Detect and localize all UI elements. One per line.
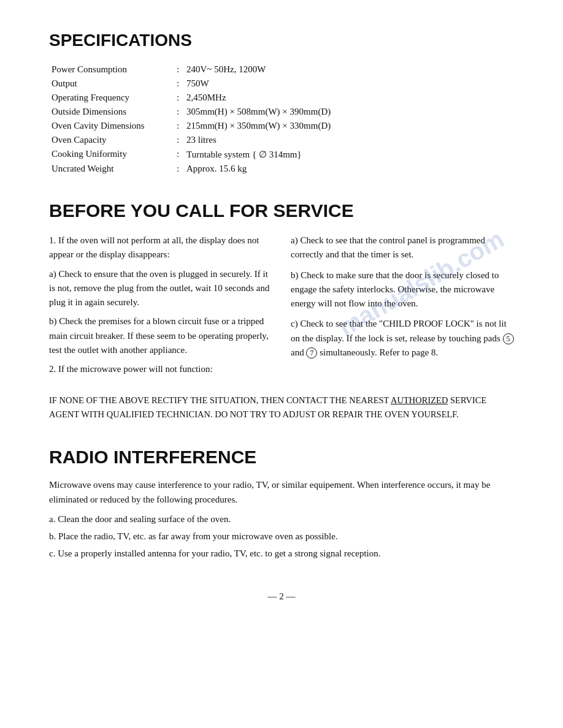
service-columns: 1. If the oven will not perform at all, … [49, 233, 514, 381]
radio-section: RADIO INTERFERENCE Microwave ovens may c… [49, 447, 514, 561]
spec-row: Operating Frequency : 2,450MHz [49, 91, 514, 105]
service-left-item: b) Check the premises for a blown circui… [49, 314, 272, 357]
service-left-item: a) Check to ensure that the oven is plug… [49, 267, 272, 310]
spec-label: Oven Cavity Dimensions [49, 119, 172, 133]
spec-colon: : [172, 77, 184, 91]
service-right-item: c) Check to see that the "CHILD PROOF LO… [291, 317, 514, 360]
spec-value: 215mm(H) × 350mm(W) × 330mm(D) [184, 119, 514, 133]
spec-value: Approx. 15.6 kg [184, 162, 514, 176]
spec-label: Output [49, 77, 172, 91]
spec-row: Cooking Uniformity : Turntable system { … [49, 147, 514, 162]
specs-section: SPECIFICATIONS Power Consumption : 240V~… [49, 31, 514, 176]
service-right-item: b) Check to make sure that the door is s… [291, 268, 514, 311]
spec-row: Outside Dimensions : 305mm(H) × 508mm(W)… [49, 105, 514, 119]
spec-value: 23 litres [184, 133, 514, 147]
radio-list-item: c. Use a properly installed antenna for … [49, 546, 514, 561]
radio-list-item: a. Clean the door and sealing surface of… [49, 512, 514, 526]
service-notice: IF NONE OF THE ABOVE RECTIFY THE SITUATI… [49, 393, 514, 422]
spec-value: 2,450MHz [184, 91, 514, 105]
specs-table: Power Consumption : 240V~ 50Hz, 1200W Ou… [49, 63, 514, 176]
page-footer: — 2 — [49, 591, 514, 602]
spec-colon: : [172, 105, 184, 119]
service-left-item: 2. If the microwave power will not funct… [49, 362, 272, 376]
service-left-item: 1. If the oven will not perform at all, … [49, 233, 272, 262]
radio-list-item: b. Place the radio, TV, etc. as far away… [49, 529, 514, 544]
circle-7: 7 [306, 347, 317, 358]
spec-label: Oven Capacity [49, 133, 172, 147]
authorized-underline: AUTHORIZED [391, 395, 448, 405]
spec-value: 305mm(H) × 508mm(W) × 390mm(D) [184, 105, 514, 119]
service-right-list: a) Check to see that the control panel i… [291, 233, 514, 360]
notice-text: IF NONE OF THE ABOVE RECTIFY THE SITUATI… [49, 393, 514, 422]
spec-label: Power Consumption [49, 63, 172, 77]
spec-label: Uncrated Weight [49, 162, 172, 176]
service-right-col: a) Check to see that the control panel i… [291, 233, 514, 381]
service-left-list: 1. If the oven will not perform at all, … [49, 233, 272, 376]
spec-row: Power Consumption : 240V~ 50Hz, 1200W [49, 63, 514, 77]
service-section: BEFORE YOU CALL FOR SERVICE 1. If the ov… [49, 200, 514, 422]
radio-list: a. Clean the door and sealing surface of… [49, 512, 514, 561]
circle-5: 5 [503, 333, 514, 344]
service-title: BEFORE YOU CALL FOR SERVICE [49, 200, 514, 221]
spec-row: Oven Cavity Dimensions : 215mm(H) × 350m… [49, 119, 514, 133]
spec-label: Outside Dimensions [49, 105, 172, 119]
radio-intro: Microwave ovens may cause interference t… [49, 477, 514, 507]
service-right-item: a) Check to see that the control panel i… [291, 233, 514, 262]
specs-title: SPECIFICATIONS [49, 31, 514, 50]
spec-colon: : [172, 162, 184, 176]
spec-colon: : [172, 91, 184, 105]
spec-row: Output : 750W [49, 77, 514, 91]
page-number: — 2 — [268, 591, 296, 601]
spec-row: Oven Capacity : 23 litres [49, 133, 514, 147]
spec-colon: : [172, 133, 184, 147]
spec-row: Uncrated Weight : Approx. 15.6 kg [49, 162, 514, 176]
spec-value: 750W [184, 77, 514, 91]
spec-value: Turntable system { ∅ 314mm} [184, 147, 514, 162]
spec-label: Operating Frequency [49, 91, 172, 105]
radio-title: RADIO INTERFERENCE [49, 447, 514, 468]
spec-colon: : [172, 147, 184, 162]
spec-colon: : [172, 119, 184, 133]
spec-value: 240V~ 50Hz, 1200W [184, 63, 514, 77]
spec-colon: : [172, 63, 184, 77]
service-left-col: 1. If the oven will not perform at all, … [49, 233, 272, 381]
spec-label: Cooking Uniformity [49, 147, 172, 162]
